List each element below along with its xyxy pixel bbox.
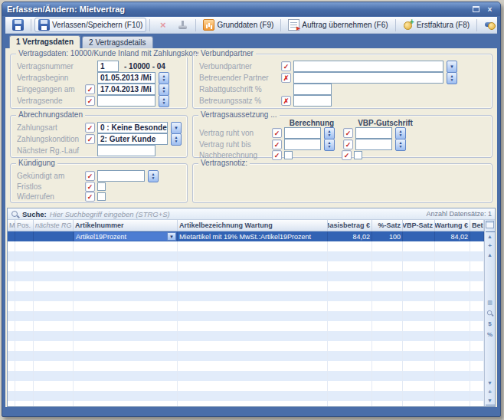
save-button[interactable] <box>8 18 28 32</box>
vertragsende-spinner[interactable] <box>159 95 169 107</box>
column-header-wartung[interactable]: Wartung € <box>435 220 470 231</box>
table-row[interactable] <box>8 381 484 391</box>
gekuendigt-spinner[interactable] <box>148 170 159 182</box>
table-row[interactable] <box>8 291 484 301</box>
zahlungskondition-select[interactable]: 2: Guter Kunde <box>97 133 168 145</box>
ruht-von-berechnung-spinner[interactable] <box>324 127 335 139</box>
column-header-prozent-satz[interactable]: %-Satz <box>372 220 403 231</box>
artikelnummer-cell-editor[interactable]: Artikel19Prozent ▼ <box>74 231 178 241</box>
column-header-artikelbezeichnung[interactable]: Artikelbezeichnung Wartung <box>178 220 328 231</box>
view-columns-icon[interactable]: ▥ <box>486 298 495 307</box>
column-header-m[interactable]: M <box>8 220 15 231</box>
table-row[interactable] <box>8 321 484 331</box>
verbundpartner-dropdown-button[interactable] <box>447 61 457 73</box>
scroll-up-icon[interactable]: ▲ <box>486 250 495 259</box>
column-header-betreuung[interactable]: Betre <box>470 220 484 231</box>
column-chooser-icon[interactable] <box>486 221 494 228</box>
ruht-bis-berechnung-input[interactable] <box>284 139 321 150</box>
edit-flag-icon[interactable] <box>272 139 282 149</box>
table-row[interactable] <box>8 361 484 371</box>
rabattgutschrift-input[interactable] <box>293 84 332 95</box>
vertragsbeginn-spinner[interactable] <box>159 72 169 84</box>
scroll-down-icon[interactable]: ▼ <box>486 378 495 387</box>
table-row[interactable] <box>8 281 484 291</box>
currency-format-icon[interactable]: $ <box>486 320 495 329</box>
extras-button[interactable]: Extras <box>480 18 497 32</box>
table-row[interactable] <box>8 391 484 401</box>
table-row[interactable] <box>8 331 484 341</box>
close-button[interactable]: × <box>484 5 496 15</box>
column-header-naechste-rg[interactable]: nächste RG <box>34 220 74 231</box>
percent-format-icon[interactable]: % <box>486 330 495 340</box>
lookup-icon[interactable] <box>486 309 495 318</box>
table-row[interactable] <box>8 241 484 251</box>
append-row-icon[interactable]: + <box>486 387 495 396</box>
auftrag-uebernehmen-button[interactable]: Auftrag übernehmen (F6) <box>284 18 391 32</box>
column-header-artikelnummer[interactable]: Artikelnummer <box>74 220 178 231</box>
column-header-vbp-satz[interactable]: VBP-Satz <box>403 220 435 231</box>
edit-flag-icon[interactable] <box>343 139 353 149</box>
edit-flag-icon[interactable] <box>343 128 353 138</box>
edit-flag-icon[interactable] <box>85 171 95 181</box>
zahlungsart-dropdown-button[interactable] <box>171 122 182 134</box>
table-row[interactable] <box>8 351 484 361</box>
tab-vertragsdetails[interactable]: 2 Vertragsdetails <box>82 36 153 48</box>
ruht-bis-berechnung-spinner[interactable] <box>324 139 335 151</box>
table-row[interactable] <box>8 371 484 381</box>
delete-button[interactable]: × <box>153 18 172 32</box>
locked-flag-icon[interactable] <box>281 73 291 83</box>
edit-flag-icon[interactable] <box>85 123 95 133</box>
table-row[interactable] <box>8 311 484 321</box>
eingegangen-input[interactable]: 17.04.2013 /Mi <box>97 84 155 95</box>
goto-first-icon[interactable]: ▲ <box>486 231 495 241</box>
vertragsbeginn-input[interactable]: 01.05.2013 /Mi <box>97 72 155 84</box>
table-row[interactable] <box>8 251 484 261</box>
cell-dropdown-button[interactable]: ▼ <box>167 232 176 241</box>
nachberechnung-vbp-checkbox[interactable] <box>354 151 362 159</box>
edit-flag-icon[interactable] <box>85 84 95 94</box>
table-row-selected[interactable]: Artikel19Prozent ▼ Mietartikel mit 19% M… <box>8 231 484 241</box>
table-row[interactable] <box>8 401 484 406</box>
nachberechnung-berechnung-checkbox[interactable] <box>284 151 293 159</box>
ruht-von-vbp-spinner[interactable] <box>395 127 406 139</box>
grunddaten-button[interactable]: Grunddaten (F9) <box>199 18 277 32</box>
search-input[interactable]: Hier Suchbegriff eingeben (STRG+S) <box>50 210 424 218</box>
edit-flag-icon[interactable] <box>281 61 291 71</box>
eingegangen-spinner[interactable] <box>159 84 169 96</box>
table-row[interactable] <box>8 261 484 271</box>
vertragsnummer-input[interactable]: 1 <box>97 61 119 72</box>
fristlos-checkbox[interactable] <box>97 182 106 191</box>
table-row[interactable] <box>8 301 484 311</box>
gekuendigt-input[interactable] <box>97 170 145 182</box>
edit-flag-icon[interactable] <box>272 150 282 160</box>
zahlungskondition-spinner[interactable] <box>171 133 182 146</box>
ruht-von-vbp-input[interactable] <box>355 127 392 139</box>
verbundpartner-input[interactable] <box>293 61 443 72</box>
locked-flag-icon[interactable] <box>281 96 291 106</box>
betreuender-partner-input[interactable] <box>293 72 443 84</box>
vertragsnotiz-textarea[interactable] <box>199 170 487 201</box>
edit-flag-icon[interactable] <box>85 192 95 202</box>
table-row[interactable] <box>8 271 484 281</box>
ruht-bis-vbp-input[interactable] <box>355 139 392 150</box>
edit-flag-icon[interactable] <box>85 134 95 144</box>
naechster-rglauf-input[interactable] <box>97 145 155 156</box>
edit-flag-icon[interactable] <box>272 128 282 138</box>
betreuungssatz-input[interactable] <box>293 95 332 107</box>
ruht-von-berechnung-input[interactable] <box>284 127 321 139</box>
edit-flag-icon[interactable] <box>85 96 95 106</box>
edit-flag-icon[interactable] <box>342 150 352 160</box>
stamp-button[interactable] <box>173 18 192 32</box>
column-header-pos[interactable]: Pos. <box>15 220 34 231</box>
save-exit-button[interactable]: Verlassen/Speichern (F10) <box>34 18 146 32</box>
zahlungsart-select[interactable]: 0 : Keine Besondere <box>97 122 168 133</box>
table-row[interactable] <box>8 341 484 351</box>
erstfaktura-button[interactable]: Erstfaktura (F8) <box>399 18 473 32</box>
ruht-bis-vbp-spinner[interactable] <box>395 139 406 151</box>
vertragsende-input[interactable] <box>97 95 155 107</box>
betreuender-partner-spinner[interactable] <box>447 72 457 84</box>
edit-flag-icon[interactable] <box>85 182 95 192</box>
column-header-basisbetrag[interactable]: Basisbetrag € <box>328 220 372 231</box>
restore-button[interactable] <box>470 5 482 15</box>
tab-vertragsdaten[interactable]: 1 Vertragsdaten <box>9 35 80 48</box>
